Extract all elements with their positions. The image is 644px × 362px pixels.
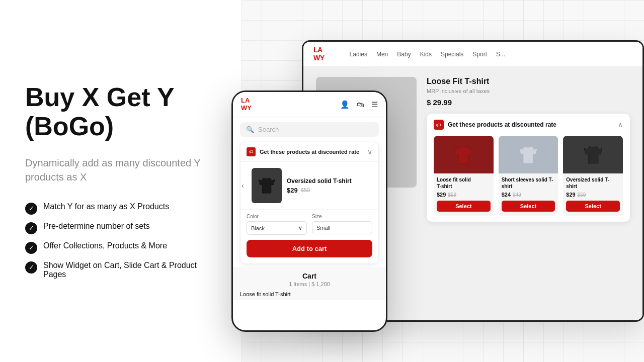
product-card-img-3: [563, 136, 623, 173]
product-price-desktop: $ 29.99: [427, 98, 630, 107]
product-card-2: Short sleeves solid T-shirt $24 $49 Sele…: [499, 136, 558, 216]
selector-row: Color Black ∨ Size Small: [247, 214, 372, 235]
product-card-img-1: [434, 136, 494, 173]
product-card-name-1: Loose fit solidT-shirt: [437, 176, 491, 190]
nav-ladies[interactable]: Ladies: [350, 51, 367, 58]
color-value: Black: [251, 225, 265, 231]
nav-baby[interactable]: Baby: [397, 51, 411, 58]
product-card-price-2: $24 $49: [502, 192, 555, 198]
widget-title-desktop: Get these products at discounted rate: [448, 121, 556, 128]
nav-men[interactable]: Men: [376, 51, 388, 58]
feature-text-2: Pre-determine number of sets: [43, 222, 150, 231]
size-value: Small: [316, 225, 331, 231]
check-icon-2: ✓: [25, 222, 37, 234]
mobile-product-name: Oversized solid T-shirt: [287, 177, 372, 185]
check-icon-1: ✓: [25, 203, 37, 215]
back-arrow-icon[interactable]: ‹: [240, 179, 246, 192]
size-label: Size: [312, 214, 372, 219]
menu-icon[interactable]: ☰: [371, 100, 378, 109]
nav-more[interactable]: S...: [496, 51, 505, 58]
mobile-price-old: $59: [301, 187, 310, 193]
cart-title: Cart: [240, 272, 379, 280]
mobile-red-tag-icon: 🏷: [247, 147, 256, 156]
color-dropdown[interactable]: Black ∨: [247, 221, 307, 235]
red-tag-icon-desktop: 🏷: [434, 120, 444, 130]
user-icon[interactable]: 👤: [340, 100, 350, 109]
nav-specials[interactable]: Specials: [441, 51, 463, 58]
price-new-3: $29: [566, 192, 575, 198]
mobile-search[interactable]: 🔍 Search: [240, 122, 379, 137]
right-panel: LAWY Ladies Men Baby Kids Specials Sport…: [231, 0, 644, 362]
size-dropdown[interactable]: Small: [312, 221, 372, 234]
price-old-3: $59: [578, 192, 586, 198]
search-text: Search: [258, 126, 279, 133]
mobile-topbar: LAWY 👤 🛍 ☰: [233, 92, 386, 117]
mobile-product-price-row: $29 $59: [287, 187, 372, 194]
product-card-info-1: Loose fit solidT-shirt $29 $59 Select: [434, 173, 494, 216]
mobile-product-details: Oversized solid T-shirt $29 $59: [287, 177, 372, 194]
widget-chevron-desktop[interactable]: ∧: [618, 121, 623, 129]
add-to-cart-button[interactable]: Add to cart: [247, 240, 372, 257]
cart-icon[interactable]: 🛍: [357, 100, 364, 109]
left-panel: Buy X Get Y (BoGo) Dynamically add as ma…: [0, 0, 242, 362]
cart-section: Cart 1 Items | $ 1,200 Loose fit solid T…: [233, 267, 386, 300]
size-selector-group: Size Small: [312, 214, 372, 235]
nav-sport[interactable]: Sport: [472, 51, 487, 58]
feature-item-3: ✓ Offer Collections, Products & More: [25, 241, 216, 254]
check-icon-4: ✓: [25, 261, 37, 274]
desktop-logo: LAWY: [313, 46, 325, 62]
page-title: Buy X Get Y (BoGo): [25, 83, 216, 140]
product-card-price-3: $29 $59: [566, 192, 620, 198]
price-old-2: $49: [513, 192, 521, 198]
mobile-selectors: Color Black ∨ Size Small Add to cart: [240, 210, 378, 263]
mobile-widget-header: 🏷 Get these products at discounted rate …: [240, 142, 378, 162]
price-new-1: $29: [437, 192, 446, 198]
widget-header-left: 🏷 Get these products at discounted rate: [434, 120, 556, 130]
discount-widget-desktop: 🏷 Get these products at discounted rate …: [427, 114, 630, 222]
products-row-desktop: Loose fit solidT-shirt $29 $59 Select: [434, 136, 623, 216]
search-icon: 🔍: [246, 126, 254, 133]
product-card-3: Oversized solid T-shirt $29 $59 Select: [563, 136, 623, 216]
product-card-info-2: Short sleeves solid T-shirt $24 $49 Sele…: [499, 173, 558, 216]
mobile-widget-header-left: 🏷 Get these products at discounted rate: [247, 147, 359, 156]
select-button-1[interactable]: Select: [437, 201, 491, 212]
desktop-nav: Ladies Men Baby Kids Specials Sport S...: [350, 51, 505, 58]
mobile-logo: LAWY: [241, 97, 252, 112]
product-card-name-3: Oversized solid T-shirt: [566, 176, 620, 190]
widget-header-desktop: 🏷 Get these products at discounted rate …: [434, 120, 623, 130]
feature-text-3: Offer Collections, Products & More: [43, 241, 167, 250]
cart-item-preview: Loose fit solid T-shirt: [240, 291, 379, 297]
feature-item-1: ✓ Match Y for as many as X Products: [25, 202, 216, 215]
color-selector-group: Color Black ∨: [247, 214, 307, 235]
feature-item-2: ✓ Pre-determine number of sets: [25, 222, 216, 234]
feature-item-4: ✓ Show Widget on Cart, Slide Cart & Prod…: [25, 261, 216, 279]
product-info: Loose Fit T-shirt MRP inclusive of all t…: [427, 77, 630, 310]
mobile-widget-title: Get these products at discounted rate: [260, 149, 359, 155]
product-card-name-2: Short sleeves solid T-shirt: [502, 176, 555, 190]
desktop-topbar: LAWY Ladies Men Baby Kids Specials Sport…: [303, 42, 642, 67]
subtitle: Dynamically add as many discounted Y pro…: [25, 156, 216, 184]
product-card-info-3: Oversized solid T-shirt $29 $59 Select: [563, 173, 623, 216]
mobile-icons: 👤 🛍 ☰: [340, 100, 378, 109]
price-new-2: $24: [502, 192, 511, 198]
mobile-price-new: $29: [287, 187, 298, 194]
nav-kids[interactable]: Kids: [420, 51, 432, 58]
color-chevron-icon: ∨: [298, 225, 302, 231]
select-button-3[interactable]: Select: [566, 201, 620, 212]
price-old-1: $59: [448, 192, 456, 198]
mobile-widget-chevron[interactable]: ∨: [367, 148, 372, 156]
cart-subtitle: 1 Items | $ 1,200: [240, 281, 379, 287]
feature-text-1: Match Y for as many as X Products: [43, 202, 169, 211]
product-card-price-1: $29 $59: [437, 192, 491, 198]
product-title-desktop: Loose Fit T-shirt: [427, 77, 630, 86]
mobile-mockup: LAWY 👤 🛍 ☰ 🔍 Search 🏷 Get these products…: [231, 90, 387, 332]
feature-text-4: Show Widget on Cart, Slide Cart & Produc…: [43, 261, 216, 279]
discount-widget-mobile: 🏷 Get these products at discounted rate …: [240, 142, 379, 264]
color-label: Color: [247, 214, 307, 219]
product-card-img-2: [499, 136, 558, 173]
mobile-product-img: [252, 168, 282, 203]
product-card-1: Loose fit solidT-shirt $29 $59 Select: [434, 136, 494, 216]
features-list: ✓ Match Y for as many as X Products ✓ Pr…: [25, 202, 216, 279]
product-subtitle-desktop: MRP inclusive of all taxes: [427, 88, 630, 94]
select-button-2[interactable]: Select: [502, 201, 555, 212]
